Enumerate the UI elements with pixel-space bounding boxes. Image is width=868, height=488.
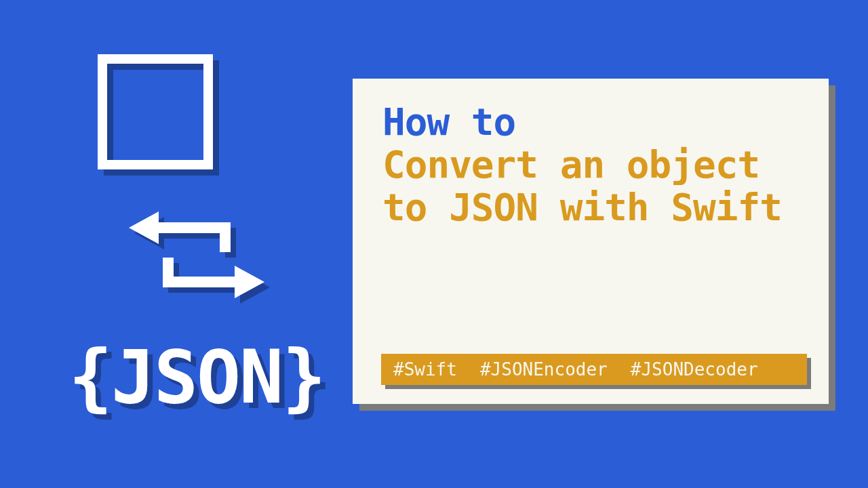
square-icon xyxy=(98,54,213,169)
convert-arrows-icon xyxy=(129,207,264,302)
tag-jsonencoder: #JSONEncoder xyxy=(480,359,608,380)
json-text-logo: {JSON} {JSON} xyxy=(68,335,325,420)
svg-marker-2 xyxy=(129,211,159,244)
left-illustration-column: {JSON} {JSON} xyxy=(81,54,312,420)
svg-marker-3 xyxy=(235,266,264,298)
title-card: How to Convert an object to JSON with Sw… xyxy=(353,79,829,404)
title-kicker: How to xyxy=(382,102,802,142)
tag-jsondecoder: #JSONDecoder xyxy=(631,359,758,380)
tag-bar: #Swift #JSONEncoder #JSONDecoder xyxy=(381,354,807,385)
tag-swift: #Swift xyxy=(393,359,457,380)
title-headline: Convert an object to JSON with Swift xyxy=(382,144,802,228)
